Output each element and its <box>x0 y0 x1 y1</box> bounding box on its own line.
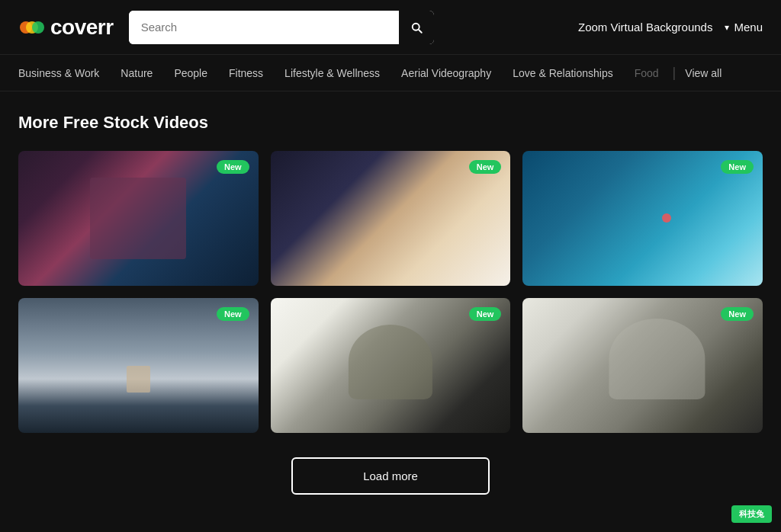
nav-item-people[interactable]: People <box>163 55 218 91</box>
header: coverr Zoom Virtual Backgrounds ▾ Menu <box>0 0 781 55</box>
bottom-badge: 科技兔 <box>731 505 772 523</box>
search-button[interactable] <box>399 11 434 44</box>
video-card[interactable]: New <box>271 298 511 433</box>
video-card[interactable]: New <box>18 298 259 433</box>
video-card[interactable]: New <box>271 151 511 286</box>
new-badge: New <box>217 160 249 174</box>
new-badge: New <box>469 160 502 174</box>
video-card[interactable]: New <box>522 298 763 433</box>
video-grid: New New New New New New <box>18 151 763 433</box>
logo-text: coverr <box>50 15 114 40</box>
menu-label: Menu <box>734 21 763 34</box>
search-bar <box>129 11 434 44</box>
search-icon <box>410 21 423 34</box>
new-badge: New <box>721 160 754 174</box>
load-more-button[interactable]: Load more <box>291 457 490 495</box>
nav-item-love[interactable]: Love & Relationships <box>502 55 624 91</box>
svg-point-2 <box>32 21 44 34</box>
nav-item-nature[interactable]: Nature <box>110 55 163 91</box>
section-title: More Free Stock Videos <box>18 113 763 133</box>
zoom-virtual-backgrounds-link[interactable]: Zoom Virtual Backgrounds <box>578 21 712 34</box>
video-card[interactable]: New <box>18 151 259 286</box>
nav-view-all[interactable]: View all <box>679 67 728 79</box>
main-content: More Free Stock Videos New New New New N… <box>0 91 781 525</box>
logo-link[interactable]: coverr <box>18 14 114 41</box>
nav-item-food[interactable]: Food <box>624 55 670 91</box>
search-input[interactable] <box>129 11 399 44</box>
nav-separator: | <box>673 65 677 81</box>
nav-item-aerial[interactable]: Aerial Videography <box>390 55 502 91</box>
logo-icon <box>18 14 46 41</box>
nav-item-business[interactable]: Business & Work <box>18 55 110 91</box>
video-card[interactable]: New <box>522 151 763 286</box>
new-badge: New <box>721 307 754 321</box>
new-badge: New <box>217 307 249 321</box>
new-badge: New <box>469 307 502 321</box>
chevron-down-icon: ▾ <box>725 22 729 33</box>
header-right: Zoom Virtual Backgrounds ▾ Menu <box>578 21 763 34</box>
nav-item-lifestyle[interactable]: Lifestyle & Wellness <box>274 55 390 91</box>
nav: Business & Work Nature People Fitness Li… <box>0 55 781 91</box>
nav-item-fitness[interactable]: Fitness <box>218 55 274 91</box>
load-more-container: Load more <box>18 457 763 495</box>
menu-button[interactable]: ▾ Menu <box>725 21 763 34</box>
